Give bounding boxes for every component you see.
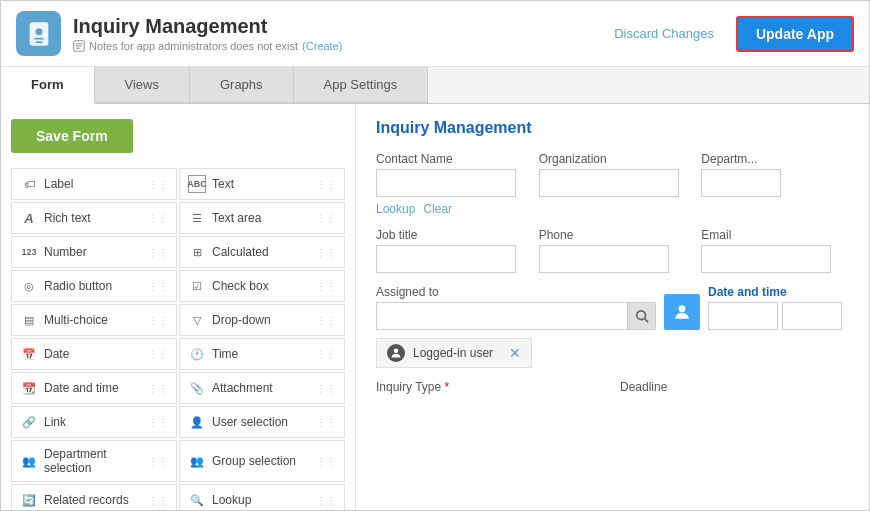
logged-in-user-tag: Logged-in user ✕ xyxy=(376,338,532,368)
field-multi-choice-text: Multi-choice xyxy=(44,313,108,327)
field-item-dept-selection[interactable]: 👥 Department selection ⋮⋮ xyxy=(11,440,177,482)
email-field: Email xyxy=(701,228,849,273)
assigned-search-button[interactable] xyxy=(627,303,655,329)
lookup-link[interactable]: Lookup xyxy=(376,202,415,216)
tab-form[interactable]: Form xyxy=(1,67,95,104)
field-user-selection-text: User selection xyxy=(212,415,288,429)
date-input[interactable] xyxy=(708,302,778,330)
form-row-2: Job title Phone Email xyxy=(376,228,849,273)
field-item-related-records[interactable]: 🔄 Related records ⋮⋮ xyxy=(11,484,177,510)
sidebar: Save Form 🏷 Label ⋮⋮ ABC Text ⋮⋮ A Ric xyxy=(1,104,356,510)
field-attachment-text: Attachment xyxy=(212,381,273,395)
email-label: Email xyxy=(701,228,849,242)
main-content: Save Form 🏷 Label ⋮⋮ ABC Text ⋮⋮ A Ric xyxy=(1,104,869,510)
drag-handle: ⋮⋮ xyxy=(148,495,168,506)
field-item-text[interactable]: ABC Text ⋮⋮ xyxy=(179,168,345,200)
tab-views[interactable]: Views xyxy=(95,67,190,103)
phone-input[interactable] xyxy=(539,245,669,273)
field-link-text: Link xyxy=(44,415,66,429)
field-related-records-text: Related records xyxy=(44,493,129,507)
discard-changes-button[interactable]: Discard Changes xyxy=(602,20,726,47)
field-datetime-text: Date and time xyxy=(44,381,119,395)
field-item-datetime[interactable]: 📆 Date and time ⋮⋮ xyxy=(11,372,177,404)
header-right: Discard Changes Update App xyxy=(602,16,854,52)
field-item-dropdown[interactable]: ▽ Drop-down ⋮⋮ xyxy=(179,304,345,336)
field-text-text: Text xyxy=(212,177,234,191)
job-title-label: Job title xyxy=(376,228,524,242)
related-records-icon: 🔄 xyxy=(20,491,38,509)
field-item-link[interactable]: 🔗 Link ⋮⋮ xyxy=(11,406,177,438)
contact-name-field: Contact Name Lookup Clear xyxy=(376,152,524,216)
save-form-button[interactable]: Save Form xyxy=(11,119,133,153)
drag-handle: ⋮⋮ xyxy=(316,179,336,190)
field-dept-text: Department selection xyxy=(44,447,142,475)
tab-graphs[interactable]: Graphs xyxy=(190,67,294,103)
time-icon: 🕐 xyxy=(188,345,206,363)
field-item-group-selection[interactable]: 👥 Group selection ⋮⋮ xyxy=(179,440,345,482)
svg-point-8 xyxy=(636,311,645,320)
form-row-3: Assigned to xyxy=(376,285,849,330)
field-item-lookup[interactable]: 🔍 Lookup ⋮⋮ xyxy=(179,484,345,510)
field-item-multi-choice[interactable]: ▤ Multi-choice ⋮⋮ xyxy=(11,304,177,336)
field-number-text: Number xyxy=(44,245,87,259)
field-list: 🏷 Label ⋮⋮ ABC Text ⋮⋮ A Rich text ⋮⋮ xyxy=(11,168,345,510)
email-input[interactable] xyxy=(701,245,831,273)
app-icon xyxy=(16,11,61,56)
field-item-attachment[interactable]: 📎 Attachment ⋮⋮ xyxy=(179,372,345,404)
field-item-radio[interactable]: ◎ Radio button ⋮⋮ xyxy=(11,270,177,302)
drag-handle: ⋮⋮ xyxy=(316,247,336,258)
drag-handle: ⋮⋮ xyxy=(316,456,336,467)
field-label-text: Label xyxy=(44,177,73,191)
department-input[interactable] xyxy=(701,169,781,197)
lookup-icon: 🔍 xyxy=(188,491,206,509)
organization-field: Organization xyxy=(539,152,687,197)
contact-name-input[interactable] xyxy=(376,169,516,197)
dept-icon: 👥 xyxy=(20,452,38,470)
assigned-to-input[interactable] xyxy=(377,303,627,329)
checkbox-icon: ☑ xyxy=(188,277,206,295)
calculated-icon: ⊞ xyxy=(188,243,206,261)
field-item-checkbox[interactable]: ☑ Check box ⋮⋮ xyxy=(179,270,345,302)
label-icon: 🏷 xyxy=(20,175,38,193)
drag-handle: ⋮⋮ xyxy=(148,213,168,224)
job-title-input[interactable] xyxy=(376,245,516,273)
field-item-user-selection[interactable]: 👤 User selection ⋮⋮ xyxy=(179,406,345,438)
create-link[interactable]: (Create) xyxy=(302,40,342,52)
field-item-calculated[interactable]: ⊞ Calculated ⋮⋮ xyxy=(179,236,345,268)
inquiry-type-label: Inquiry Type xyxy=(376,380,605,394)
drag-handle: ⋮⋮ xyxy=(316,383,336,394)
drag-handle: ⋮⋮ xyxy=(148,281,168,292)
field-item-number[interactable]: 123 Number ⋮⋮ xyxy=(11,236,177,268)
drag-handle: ⋮⋮ xyxy=(148,315,168,326)
clear-link[interactable]: Clear xyxy=(423,202,452,216)
tabs-bar: Form Views Graphs App Settings xyxy=(1,67,869,104)
form-row-bottom: Inquiry Type Deadline xyxy=(376,380,849,394)
subtitle-text: Notes for app administrators does not ex… xyxy=(89,40,298,52)
field-item-rich-text[interactable]: A Rich text ⋮⋮ xyxy=(11,202,177,234)
field-item-date[interactable]: 📅 Date ⋮⋮ xyxy=(11,338,177,370)
update-app-button[interactable]: Update App xyxy=(736,16,854,52)
svg-line-9 xyxy=(644,319,648,323)
field-item-text-area[interactable]: ☰ Text area ⋮⋮ xyxy=(179,202,345,234)
drag-handle: ⋮⋮ xyxy=(316,495,336,506)
organization-label: Organization xyxy=(539,152,687,166)
tag-close-button[interactable]: ✕ xyxy=(509,345,521,361)
user-select-button[interactable] xyxy=(664,294,700,330)
organization-input[interactable] xyxy=(539,169,679,197)
field-lookup-text: Lookup xyxy=(212,493,251,507)
link-icon: 🔗 xyxy=(20,413,38,431)
svg-point-11 xyxy=(394,349,399,354)
drag-handle: ⋮⋮ xyxy=(148,349,168,360)
field-item-time[interactable]: 🕐 Time ⋮⋮ xyxy=(179,338,345,370)
tab-app-settings[interactable]: App Settings xyxy=(294,67,429,103)
field-item-label[interactable]: 🏷 Label ⋮⋮ xyxy=(11,168,177,200)
form-preview: Inquiry Management Contact Name Lookup C… xyxy=(356,104,869,510)
field-text-area-text: Text area xyxy=(212,211,261,225)
department-field: Departm... xyxy=(701,152,849,197)
date-icon: 📅 xyxy=(20,345,38,363)
field-date-text: Date xyxy=(44,347,69,361)
drag-handle: ⋮⋮ xyxy=(148,179,168,190)
dropdown-icon: ▽ xyxy=(188,311,206,329)
time-input[interactable] xyxy=(782,302,842,330)
text-icon: ABC xyxy=(188,175,206,193)
